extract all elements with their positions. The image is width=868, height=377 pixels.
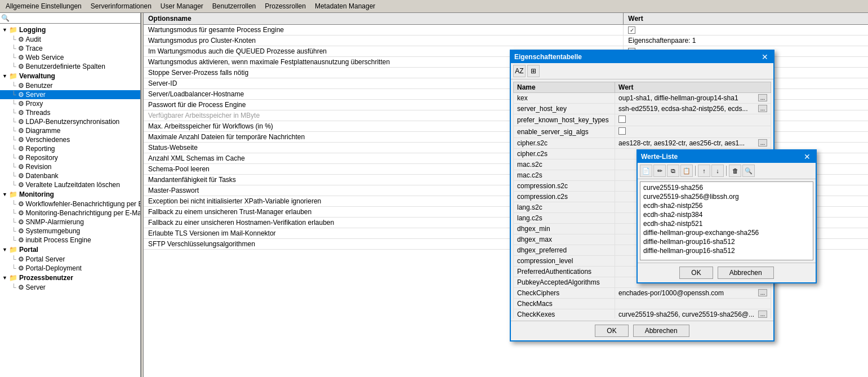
prop-dots-btn-20[interactable]: ...	[758, 311, 767, 318]
werte-search-btn[interactable]: 🔍	[742, 165, 755, 177]
werte-copy-btn[interactable]: ⧉	[667, 165, 679, 177]
tree-item-web-service[interactable]: └ ⚙ Web Service	[0, 53, 140, 62]
prop-row-2[interactable]: prefer_known_host_key_types	[514, 114, 771, 126]
werte-item-3[interactable]: ecdh-sha2-nistp384	[642, 210, 812, 219]
tree-item-portal-deployment[interactable]: └ ⚙ Portal-Deployment	[0, 264, 140, 273]
tree-group-portal[interactable]: ▼ 📁 Portal	[0, 245, 140, 255]
tree-item-workflowfehler-benachrichtigun[interactable]: └ ⚙ Workflowfehler-Benachrichtigung per …	[0, 199, 140, 209]
sort-az-btn[interactable]: AZ	[513, 65, 526, 77]
gear-icon: ⚙	[18, 118, 24, 126]
prop-checkbox-2[interactable]	[618, 116, 626, 123]
werte-item-2[interactable]: ecdh-sha2-nistp256	[642, 201, 812, 210]
menubar: Allgemeine EinstellungenServerinformatio…	[0, 0, 868, 13]
menubar-item-serverinformationen[interactable]: Serverinformationen	[87, 1, 155, 11]
prop-dots-btn-4[interactable]: ...	[758, 139, 767, 147]
prop-row-name-13: dhgex_max	[514, 234, 615, 245]
prop-dots-btn-1[interactable]: ...	[758, 105, 767, 112]
werte-edit-btn[interactable]: ✏	[653, 165, 666, 177]
tree-item-label: Proxy	[26, 100, 43, 108]
menubar-item-user-manager[interactable]: User Manager	[157, 1, 207, 11]
tree-group-logging[interactable]: ▼ 📁 Logging	[0, 25, 140, 35]
tree-item-benutzerdefinierte-spalten[interactable]: └ ⚙ Benutzerdefinierte Spalten	[0, 62, 140, 71]
tree-item-snmp-alarmierung[interactable]: └ ⚙ SNMP-Alarmierung	[0, 218, 140, 227]
tree-item-label: Workflowfehler-Benachrichtigung per E-M	[26, 200, 141, 208]
tree-item-proxy[interactable]: └ ⚙ Proxy	[0, 99, 140, 108]
tree-group-prozessbenutzer[interactable]: ▼ 📁 Prozessbenutzer	[0, 273, 140, 283]
werte-item-4[interactable]: ecdh-sha2-nistp521	[642, 219, 812, 228]
tree-item-connector: └	[11, 163, 16, 171]
prop-row-19[interactable]: CheckMacs	[514, 299, 771, 309]
eigenschaftentabelle-cancel[interactable]: Abbrechen	[633, 325, 689, 337]
tree-item-inubit-process-engine[interactable]: └ ⚙ inubit Process Engine	[0, 236, 140, 245]
option-row-1: Wartungsmodus pro Cluster-KnotenEigensch…	[144, 36, 868, 46]
tree-item-label: Datenbank	[26, 172, 59, 180]
prop-row-4[interactable]: cipher.s2caes128-ctr, aes192-ctr, aes256…	[514, 138, 771, 149]
search-input[interactable]	[10, 14, 139, 22]
tree-item-repository[interactable]: └ ⚙ Repository	[0, 153, 140, 162]
prop-row-1[interactable]: server_host_keyssh-ed25519, ecdsa-sha2-n…	[514, 104, 771, 114]
option-row-0: Wartungsmodus für gesamte Process Engine	[144, 25, 868, 36]
tree-item-reporting[interactable]: └ ⚙ Reporting	[0, 144, 140, 153]
tree-item-monitoring-benachrichtigung-pe[interactable]: └ ⚙ Monitoring-Benachrichtigung per E-Ma…	[0, 209, 140, 218]
menubar-item-prozessrollen[interactable]: Prozessrollen	[261, 1, 309, 11]
checkbox-0[interactable]	[628, 26, 635, 34]
col-header-name: Optionsname	[144, 13, 624, 24]
prop-dots-btn-18[interactable]: ...	[758, 289, 767, 296]
menubar-item-allgemeine-einstellungen[interactable]: Allgemeine Einstellungen	[2, 1, 85, 11]
gear-icon: ⚙	[18, 227, 24, 235]
tree-item-benutzer[interactable]: └ ⚙ Benutzer	[0, 81, 140, 90]
option-value-0[interactable]	[624, 25, 868, 35]
werte-cancel-btn[interactable]: Abbrechen	[718, 267, 774, 279]
werte-down-btn[interactable]: ↓	[711, 165, 724, 177]
tree-group-verwaltung[interactable]: ▼ 📁 Verwaltung	[0, 71, 140, 81]
tree-item-portal-server[interactable]: └ ⚙ Portal Server	[0, 255, 140, 264]
werte-up-btn[interactable]: ↑	[698, 165, 710, 177]
werte-ok-btn[interactable]: OK	[679, 267, 713, 279]
werte-delete-btn[interactable]: 🗑	[729, 165, 741, 177]
tree-item-server[interactable]: └ ⚙ Server	[0, 90, 140, 99]
tree-item-audit[interactable]: └ ⚙ Audit	[0, 35, 140, 44]
tree-group-monitoring[interactable]: ▼ 📁 Monitoring	[0, 189, 140, 199]
werte-item-0[interactable]: curve25519-sha256	[642, 183, 812, 192]
tree-item-label: Systemumgebung	[26, 227, 81, 235]
prop-row-18[interactable]: CheckCiphersenchades-por/1000@openssh.co…	[514, 288, 771, 299]
tree-item-verschiedenes[interactable]: └ ⚙ Verschiedenes	[0, 135, 140, 144]
prop-row-0[interactable]: kexoup1-sha1, diffie-hellman-group14-sha…	[514, 93, 771, 104]
tree-item-veraltete-laufzeitdaten-lösche[interactable]: └ ⚙ Veraltete Laufzeitdaten löschen	[0, 180, 140, 189]
prop-row-3[interactable]: enable_server_sig_algs	[514, 126, 771, 138]
eigenschaftentabelle-ok[interactable]: OK	[595, 325, 628, 337]
tree-item-revision[interactable]: └ ⚙ Revision	[0, 162, 140, 171]
tree-item-trace[interactable]: └ ⚙ Trace	[0, 44, 140, 53]
tree-item-label: Trace	[26, 45, 43, 52]
sort-grid-btn[interactable]: ⊞	[527, 65, 540, 77]
tree-item-connector: └	[11, 36, 16, 43]
werte-item-7[interactable]: diffie-hellman-group16-sha512	[642, 246, 812, 255]
tree-item-diagramme[interactable]: └ ⚙ Diagramme	[0, 126, 140, 135]
werte-list[interactable]: curve25519-sha256curve25519-sha256@libss…	[640, 181, 813, 260]
prop-row-20[interactable]: CheckKexescurve25519-sha256, curve25519-…	[514, 309, 771, 319]
tree-item-systemumgebung[interactable]: └ ⚙ Systemumgebung	[0, 227, 140, 236]
werte-paste-btn[interactable]: 📋	[680, 165, 693, 177]
werte-liste-close[interactable]: ✕	[802, 152, 812, 161]
prop-row-name-10: lang.s2c	[514, 202, 615, 213]
werte-new-btn[interactable]: 📄	[640, 165, 652, 177]
prop-row-name-17: PubkeyAcceptedAlgorithms	[514, 277, 615, 288]
tree-item-threads[interactable]: └ ⚙ Threads	[0, 108, 140, 117]
werte-liste-titlebar: Werte-Liste ✕	[638, 150, 816, 163]
werte-item-5[interactable]: diffie-hellman-group-exchange-sha256	[642, 228, 812, 237]
eigenschaftentabelle-title: Eigenschaftentabelle	[514, 53, 582, 61]
eigenschaftentabelle-close[interactable]: ✕	[760, 52, 770, 61]
tree-item-server[interactable]: └ ⚙ Server	[0, 283, 140, 292]
menubar-item-benutzerrollen[interactable]: Benutzerrollen	[209, 1, 259, 11]
prop-checkbox-3[interactable]	[618, 127, 626, 135]
gear-icon: ⚙	[18, 255, 24, 263]
tree-item-ldap-benutzersynchronisation[interactable]: └ ⚙ LDAP-Benutzersynchronisation	[0, 117, 140, 126]
gear-icon: ⚙	[18, 172, 24, 180]
werte-item-6[interactable]: diffie-hellman-group16-sha512	[642, 237, 812, 246]
tree-item-datenbank[interactable]: └ ⚙ Datenbank	[0, 171, 140, 180]
tree-item-label: SNMP-Alarmierung	[26, 218, 84, 226]
prop-dots-btn-0[interactable]: ...	[758, 94, 767, 101]
werte-item-1[interactable]: curve25519-sha256@libssh.org	[642, 192, 812, 201]
menubar-item-metadaten-manager[interactable]: Metadaten Manager	[311, 1, 379, 11]
prop-row-name-6: mac.s2c	[514, 159, 615, 170]
